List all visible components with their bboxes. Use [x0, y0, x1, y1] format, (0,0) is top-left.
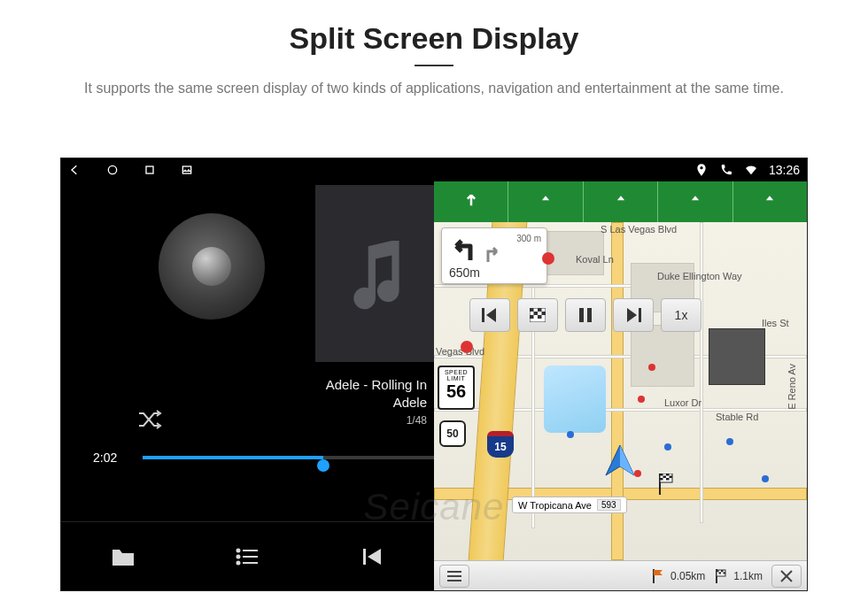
svg-rect-11 — [530, 308, 534, 312]
street-koval: Koval Ln — [576, 254, 614, 265]
street-reno: E Reno Av — [787, 364, 797, 410]
lane-guidance-bar — [434, 181, 807, 222]
address-pill[interactable]: W Tropicana Ave 593 — [512, 497, 627, 513]
svg-rect-36 — [719, 572, 722, 574]
wifi-icon — [744, 163, 758, 177]
nav-prev-button[interactable] — [469, 298, 510, 332]
svg-point-4 — [237, 555, 240, 558]
clock-text: 13:26 — [769, 163, 800, 177]
gps-arrow-icon — [602, 443, 638, 482]
menu-button[interactable] — [439, 565, 469, 588]
svg-point-3 — [237, 549, 240, 551]
map-canvas[interactable]: S Las Vegas Blvd Koval Ln Duke Ellington… — [434, 222, 807, 560]
track-meta: Adele - Rolling In Adele 1/48 — [326, 376, 427, 429]
svg-rect-15 — [530, 315, 534, 319]
track-index: 1/48 — [326, 412, 427, 429]
svg-point-5 — [237, 561, 240, 564]
road-minor-5 — [434, 284, 664, 288]
shuffle-icon[interactable] — [137, 410, 164, 433]
water-body — [544, 366, 606, 433]
svg-rect-16 — [538, 315, 542, 319]
folder-icon[interactable] — [111, 546, 136, 567]
home-icon[interactable] — [105, 163, 120, 177]
route-shield: 50 — [439, 420, 466, 447]
street-luxor: Luxor Dr — [664, 397, 701, 408]
previous-icon[interactable] — [360, 546, 384, 567]
nav-dest-button[interactable] — [517, 298, 558, 332]
svg-point-0 — [108, 166, 116, 173]
poi-7[interactable] — [648, 364, 655, 371]
nav-control-row: 1x — [469, 298, 701, 332]
svg-rect-18 — [587, 308, 592, 322]
speed-limit-value: 56 — [439, 381, 473, 402]
address-street: W Tropicana Ave — [518, 500, 592, 511]
recent-icon[interactable] — [143, 163, 157, 177]
turn-left-icon — [449, 234, 479, 264]
street-top: S Las Vegas Blvd — [601, 224, 677, 235]
svg-rect-37 — [724, 572, 726, 574]
device-screen: 13:26 Adele - Rolling In Adele 1/48 2 — [60, 158, 808, 591]
svg-rect-22 — [660, 474, 663, 476]
poi-3[interactable] — [567, 431, 574, 438]
lane-2 — [508, 181, 583, 222]
address-number: 593 — [597, 499, 621, 511]
svg-rect-1 — [146, 166, 153, 173]
music-note-icon — [346, 237, 408, 310]
album-tile — [315, 185, 439, 362]
poi-6[interactable] — [638, 396, 645, 403]
poi-4[interactable] — [664, 443, 671, 450]
svg-rect-27 — [666, 478, 670, 481]
nav-next-button[interactable] — [613, 298, 654, 332]
speed-limit-sign: SPEED LIMIT 56 — [438, 366, 475, 410]
svg-rect-2 — [182, 166, 190, 173]
poi-9[interactable] — [762, 475, 769, 482]
svg-rect-9 — [482, 308, 484, 322]
block-2 — [631, 325, 694, 387]
track-title: Adele - Rolling In — [326, 376, 427, 394]
picture-icon — [180, 163, 194, 177]
svg-rect-17 — [579, 308, 584, 322]
track-artist: Adele — [326, 394, 427, 412]
player-bottom-bar — [61, 521, 434, 590]
flag-a-icon — [651, 569, 665, 583]
next-turn-distance: 300 m — [516, 234, 541, 243]
nav-bottom-bar: 0.05km 1.1km — [434, 560, 807, 590]
street-stable: Stable Rd — [716, 412, 758, 422]
svg-rect-14 — [542, 312, 546, 315]
nav-pause-button[interactable] — [565, 298, 606, 332]
distance-b: 1.1km — [714, 569, 763, 583]
poi-2[interactable] — [461, 341, 473, 353]
svg-rect-23 — [666, 474, 670, 476]
svg-rect-12 — [538, 308, 542, 312]
speed-limit-label: SPEED LIMIT — [439, 369, 473, 381]
poi-1[interactable] — [542, 252, 554, 265]
album-art-area: Adele - Rolling In Adele 1/48 2:02 — [61, 181, 434, 521]
close-button[interactable] — [771, 565, 802, 588]
playlist-icon[interactable] — [235, 546, 260, 567]
page-title: Split Screen Display — [0, 0, 868, 56]
road-minor-3 — [700, 222, 703, 523]
progress-fill — [143, 456, 323, 459]
svg-rect-13 — [534, 312, 539, 315]
street-duke: Duke Ellington Way — [657, 271, 742, 281]
lane-1 — [434, 181, 508, 222]
svg-rect-25 — [670, 476, 673, 479]
turn-distance: 650m — [449, 266, 539, 280]
svg-rect-26 — [660, 478, 663, 481]
back-icon[interactable] — [68, 163, 82, 177]
lane-5 — [733, 181, 807, 222]
navigation-pane: S Las Vegas Blvd Koval Ln Duke Ellington… — [434, 181, 807, 590]
poi-5[interactable] — [726, 438, 733, 445]
page-subtitle: It supports the same screen display of t… — [0, 79, 868, 98]
svg-rect-24 — [663, 476, 667, 479]
title-underline — [415, 65, 453, 66]
progress-track[interactable] — [143, 456, 434, 459]
turn-right-small-icon — [484, 244, 502, 264]
street-iles: Iles St — [762, 318, 789, 328]
svg-rect-35 — [721, 570, 724, 572]
status-bar: 13:26 — [61, 158, 807, 181]
progress-thumb[interactable] — [317, 459, 329, 472]
block-dark — [709, 328, 765, 385]
elapsed-time: 2:02 — [93, 450, 117, 465]
nav-speed-button[interactable]: 1x — [661, 298, 701, 332]
